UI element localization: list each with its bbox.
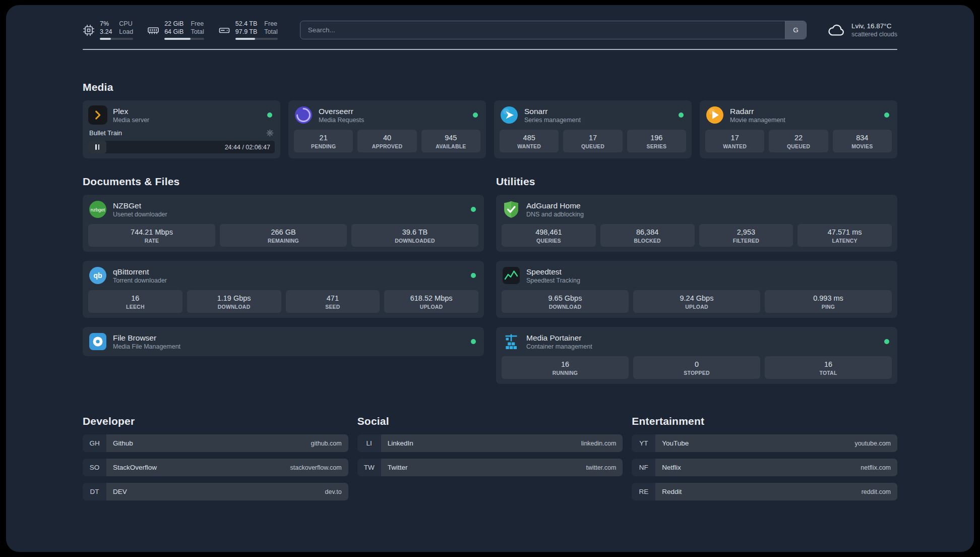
stat-series: 196 SERIES bbox=[627, 130, 686, 152]
stat-label: LEECH bbox=[89, 304, 181, 310]
weather-widget: Lviv, 16.87°C scattered clouds bbox=[827, 22, 897, 38]
bookmark-abbr: YT bbox=[632, 434, 655, 452]
stat-label: REMAINING bbox=[221, 238, 346, 244]
search-input[interactable] bbox=[300, 21, 785, 39]
stat-value: 21 bbox=[295, 133, 352, 142]
stat-wanted: 485 WANTED bbox=[500, 130, 559, 152]
bookmark-url: netflix.com bbox=[861, 464, 891, 471]
gear-icon[interactable] bbox=[266, 129, 274, 137]
stat-blocked: 86,384 BLOCKED bbox=[600, 224, 695, 247]
bookmark-abbr: RE bbox=[632, 483, 655, 500]
status-dot bbox=[884, 339, 889, 344]
service-card-speedtest[interactable]: Speedtest Speedtest Tracking 9.65 Gbps D… bbox=[496, 261, 897, 318]
disk-progressbar bbox=[235, 38, 278, 40]
service-desc: Media Requests bbox=[319, 116, 364, 124]
stat-label: DOWNLOAD bbox=[503, 304, 628, 310]
bookmark-name: Github bbox=[113, 439, 133, 447]
cpu-progress-fill bbox=[100, 38, 111, 40]
service-card-radarr[interactable]: Radarr Movie management 17 WANTED 22 QUE… bbox=[700, 100, 897, 158]
stat-remaining: 266 GB REMAINING bbox=[220, 224, 347, 247]
topbar-divider bbox=[83, 49, 897, 50]
disk-icon bbox=[218, 24, 230, 36]
stat-filtered: 2,953 FILTERED bbox=[699, 224, 793, 247]
service-desc: Media server bbox=[113, 116, 149, 124]
status-dot bbox=[471, 207, 476, 212]
status-dot bbox=[473, 113, 478, 118]
status-dot bbox=[679, 113, 684, 118]
bookmark-github[interactable]: GH Github github.com bbox=[83, 434, 348, 452]
stat-value: 744.21 Mbps bbox=[89, 228, 214, 237]
service-name: AdGuard Home bbox=[526, 201, 584, 210]
bookmark-youtube[interactable]: YT YouTube youtube.com bbox=[632, 434, 897, 452]
plex-icon bbox=[88, 105, 107, 125]
bookmark-stackoverflow[interactable]: SO StackOverflow stackoverflow.com bbox=[83, 459, 348, 476]
bookmark-name: Reddit bbox=[662, 488, 682, 495]
stat-value: 16 bbox=[89, 294, 181, 303]
stat-queued: 22 QUEUED bbox=[769, 130, 828, 152]
bookmark-group-social: Social LI LinkedIn linkedin.com TW Twitt… bbox=[357, 415, 623, 500]
stat-value: 498,461 bbox=[503, 228, 595, 237]
svg-text:nzbget: nzbget bbox=[91, 207, 105, 212]
service-desc: Container management bbox=[526, 343, 592, 351]
service-desc: Movie management bbox=[730, 116, 785, 124]
stat-value: 0.993 ms bbox=[766, 294, 891, 303]
pause-button[interactable] bbox=[88, 141, 106, 153]
bookmark-reddit[interactable]: RE Reddit reddit.com bbox=[632, 483, 897, 500]
section-title-entertainment: Entertainment bbox=[632, 415, 897, 427]
overseerr-icon bbox=[294, 105, 313, 125]
playback-bar[interactable]: 24:44 / 02:06:47 bbox=[88, 141, 275, 153]
service-card-nzbget[interactable]: nzbget NZBGet Usenet downloader 744.21 M… bbox=[83, 195, 484, 252]
stat-upload: 618.52 Mbps UPLOAD bbox=[384, 290, 478, 313]
memory-icon bbox=[147, 24, 159, 36]
bookmark-abbr: NF bbox=[632, 459, 655, 476]
cpu-load-label: Load bbox=[119, 28, 133, 36]
service-card-overseerr[interactable]: Overseerr Media Requests 21 PENDING 40 A… bbox=[288, 100, 486, 158]
memory-widget: 22 GiB Free 64 GiB Total bbox=[147, 20, 204, 40]
speedtest-icon bbox=[502, 266, 521, 285]
section-media: Media Plex Media server Bullet Train bbox=[83, 81, 897, 158]
filebrowser-icon bbox=[88, 332, 107, 351]
stat-label: PENDING bbox=[295, 143, 352, 149]
disk-total-value: 97.9 TB bbox=[235, 28, 258, 36]
stat-label: AVAILABLE bbox=[422, 143, 479, 149]
bookmark-group-entertainment: Entertainment YT YouTube youtube.com NF … bbox=[632, 415, 897, 500]
memory-total-label: Total bbox=[191, 28, 204, 36]
service-name: Overseerr bbox=[319, 106, 364, 116]
playback-time: 24:44 / 02:06:47 bbox=[225, 144, 270, 151]
cpu-widget: 7% CPU 3.24 Load bbox=[83, 20, 133, 40]
service-card-adguard[interactable]: AdGuard Home DNS and adblocking 498,461 … bbox=[496, 195, 897, 252]
section-documents: Documents & Files nzbget NZBGet Usenet d… bbox=[83, 176, 484, 356]
service-card-portainer[interactable]: Media Portainer Container management 16 … bbox=[496, 327, 897, 384]
service-card-filebrowser[interactable]: File Browser Media File Management bbox=[83, 327, 484, 356]
stat-value: 2,953 bbox=[700, 228, 792, 237]
search-provider-button[interactable]: G bbox=[785, 21, 806, 39]
bookmark-netflix[interactable]: NF Netflix netflix.com bbox=[632, 459, 897, 476]
service-card-plex[interactable]: Plex Media server Bullet Train bbox=[83, 100, 280, 158]
topbar: 7% CPU 3.24 Load bbox=[83, 20, 897, 40]
stat-value: 471 bbox=[287, 294, 379, 303]
stat-value: 17 bbox=[706, 133, 763, 142]
bookmark-url: linkedin.com bbox=[581, 440, 616, 447]
cpu-load-value: 3.24 bbox=[100, 28, 112, 36]
service-desc: Speedtest Tracking bbox=[526, 276, 580, 285]
stat-leech: 16 LEECH bbox=[88, 290, 182, 313]
nzbget-icon: nzbget bbox=[88, 200, 107, 219]
adguard-icon bbox=[502, 200, 521, 219]
stat-download: 9.65 Gbps DOWNLOAD bbox=[502, 290, 629, 313]
stat-download: 1.19 Gbps DOWNLOAD bbox=[187, 290, 281, 313]
memory-progress-fill bbox=[164, 38, 191, 40]
bookmark-url: reddit.com bbox=[862, 488, 891, 495]
now-playing-title: Bullet Train bbox=[89, 129, 122, 137]
stat-latency: 47.571 ms LATENCY bbox=[798, 224, 892, 247]
stat-label: APPROVED bbox=[358, 143, 415, 149]
bookmark-twitter[interactable]: TW Twitter twitter.com bbox=[357, 459, 623, 476]
service-card-sonarr[interactable]: Sonarr Series management 485 WANTED 17 Q… bbox=[494, 100, 692, 158]
stat-seed: 471 SEED bbox=[286, 290, 380, 313]
memory-free-label: Free bbox=[191, 20, 204, 28]
bookmark-dev[interactable]: DT DEV dev.to bbox=[83, 483, 348, 500]
stat-value: 39.6 TB bbox=[352, 228, 477, 237]
service-name: Radarr bbox=[730, 106, 785, 116]
service-card-qbittorrent[interactable]: qb qBittorrent Torrent downloader 16 LEE… bbox=[83, 261, 484, 318]
status-dot bbox=[471, 339, 476, 344]
bookmark-linkedin[interactable]: LI LinkedIn linkedin.com bbox=[357, 434, 623, 452]
